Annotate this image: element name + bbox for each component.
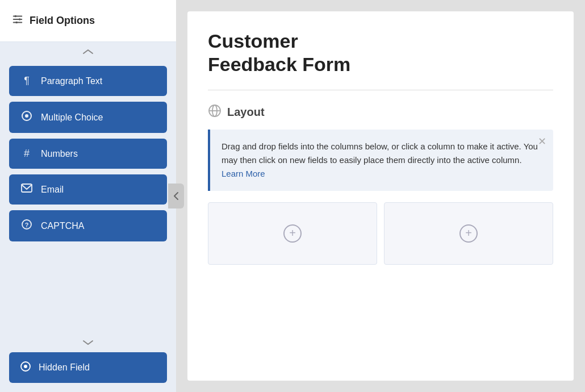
multiple-choice-button[interactable]: Multiple Choice [9, 102, 167, 133]
add-to-column-2-icon: + [459, 224, 478, 243]
email-label: Email [41, 185, 64, 195]
learn-more-link[interactable]: Learn More [222, 169, 265, 178]
paragraph-text-label: Paragraph Text [41, 76, 102, 86]
svg-point-4 [19, 18, 21, 20]
svg-point-12 [24, 365, 27, 368]
svg-point-5 [15, 22, 18, 24]
captcha-label: CAPTCHA [41, 221, 84, 231]
svg-point-3 [15, 15, 17, 18]
form-title: Customer Feedback Form [208, 30, 553, 76]
scroll-up-button[interactable] [0, 42, 176, 61]
column-drop-1[interactable]: + [208, 202, 377, 265]
multiple-choice-icon [20, 111, 33, 124]
scroll-down-button[interactable] [0, 333, 176, 352]
numbers-label: Numbers [41, 149, 78, 159]
columns-area: + + [208, 202, 553, 265]
info-box: Drag and drop fields into the columns be… [208, 130, 553, 191]
info-box-text: Drag and drop fields into the columns be… [222, 140, 542, 181]
svg-rect-8 [22, 184, 32, 192]
layout-section-title: Layout [227, 106, 265, 119]
column-drop-2[interactable]: + [384, 202, 553, 265]
svg-text:?: ? [25, 222, 29, 228]
sidebar-header: Field Options [0, 0, 176, 42]
layout-icon [208, 104, 222, 120]
sidebar-title: Field Options [30, 15, 95, 27]
sidebar: Field Options ¶ Paragraph Text Multiple … [0, 0, 176, 392]
main-content: Customer Feedback Form Layout Drag and d… [176, 0, 585, 392]
collapse-handle[interactable] [168, 184, 184, 208]
add-to-column-1-icon: + [283, 224, 302, 243]
multiple-choice-label: Multiple Choice [41, 112, 103, 123]
form-panel: Customer Feedback Form Layout Drag and d… [187, 11, 574, 381]
hidden-field-button[interactable]: Hidden Field [9, 352, 167, 383]
hidden-field-label: Hidden Field [39, 362, 90, 373]
info-box-close-button[interactable]: ✕ [538, 136, 546, 147]
fields-list: ¶ Paragraph Text Multiple Choice # Numbe… [0, 61, 176, 333]
numbers-button[interactable]: # Numbers [9, 139, 167, 169]
paragraph-text-button[interactable]: ¶ Paragraph Text [9, 66, 167, 96]
form-divider [208, 90, 553, 90]
captcha-icon: ? [20, 219, 33, 232]
paragraph-icon: ¶ [20, 75, 33, 87]
numbers-icon: # [20, 148, 33, 160]
captcha-button[interactable]: ? CAPTCHA [9, 210, 167, 241]
email-icon [20, 184, 33, 195]
sliders-icon [11, 13, 24, 28]
svg-point-7 [25, 114, 28, 118]
hidden-field-icon [20, 361, 31, 374]
layout-section-header: Layout [208, 104, 553, 120]
email-button[interactable]: Email [9, 174, 167, 205]
